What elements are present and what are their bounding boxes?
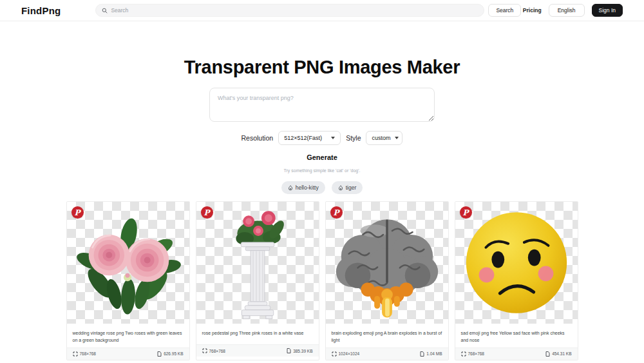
style-label: Style <box>346 134 361 142</box>
card-image-exploding-brain <box>326 202 448 324</box>
logo[interactable]: FindPng <box>21 5 61 16</box>
resolution-info: 1024×1024 <box>332 351 360 357</box>
chevron-down-icon <box>395 137 399 139</box>
file-icon <box>157 351 162 357</box>
search-icon <box>102 5 108 16</box>
resolution-info: 768×768 <box>73 351 97 357</box>
png-maker-section: Transparent PNG Images Maker Resolution … <box>0 57 644 194</box>
card-image-sad-emoji <box>455 202 578 324</box>
transparent-preview: P <box>196 202 319 324</box>
transparent-preview: P <box>326 202 448 324</box>
dimensions-icon <box>202 348 207 353</box>
card-caption: rose pedestal png Three pink roses in a … <box>196 324 319 344</box>
resolution-value: 512×512(Fast) <box>284 135 322 141</box>
image-card-brain[interactable]: P <box>325 201 449 360</box>
card-meta: 768×768 626.95 KB <box>67 348 189 360</box>
dimensions-icon <box>73 351 78 357</box>
filesize-info: 385.39 KB <box>287 348 312 353</box>
filesize-info: 454.31 KB <box>545 351 571 357</box>
pinterest-icon[interactable]: P <box>201 206 213 219</box>
style-select[interactable]: custom <box>366 131 402 145</box>
prompt-hint: Try something simple like 'cat' or 'dog'… <box>0 168 644 173</box>
search-input[interactable] <box>111 7 478 14</box>
transparent-preview: P <box>67 202 189 324</box>
dimensions-icon <box>461 351 466 357</box>
filesize-info: 1.04 MB <box>420 351 442 357</box>
card-image-roses-on-pedestal <box>196 202 319 324</box>
sign-in-button[interactable]: Sign In <box>592 4 623 17</box>
chevron-down-icon <box>331 137 335 139</box>
resolution-select[interactable]: 512×512(Fast) <box>278 131 341 145</box>
resolution-label: Resolution <box>242 134 274 142</box>
suggestion-label: tiger <box>346 184 357 191</box>
image-results-grid: P <box>66 201 578 360</box>
pinterest-icon[interactable]: P <box>330 206 343 219</box>
suggestion-label: hello-kitty <box>296 184 319 191</box>
prompt-input[interactable] <box>209 88 435 122</box>
resolution-info: 768×768 <box>461 351 485 357</box>
pinterest-icon[interactable]: P <box>71 206 84 219</box>
card-caption: sad emoji png free Yellow sad face with … <box>455 324 578 348</box>
style-value: custom <box>372 135 390 141</box>
flame-icon <box>338 185 343 191</box>
resolution-info: 768×768 <box>202 348 226 353</box>
suggestion-tiger[interactable]: tiger <box>332 181 363 194</box>
nav-actions: Pricing English Sign In <box>523 4 623 17</box>
card-caption: wedding vintage rose png Two roses with … <box>67 324 189 348</box>
suggestion-pills: hello-kitty tiger <box>0 181 644 194</box>
image-card-roses[interactable]: P <box>66 201 190 360</box>
image-card-pedestal[interactable]: P <box>196 201 319 360</box>
transparent-preview: P <box>455 202 578 324</box>
card-image-two-pink-roses <box>67 202 189 324</box>
page-title: Transparent PNG Images Maker <box>0 57 644 78</box>
card-meta: 768×768 454.31 KB <box>455 348 578 360</box>
nav-pricing[interactable]: Pricing <box>523 7 542 14</box>
file-icon <box>420 351 424 357</box>
file-icon <box>287 348 291 353</box>
dimensions-icon <box>332 351 337 357</box>
generation-controls: Resolution 512×512(Fast) Style custom <box>0 131 644 145</box>
search-bar[interactable] <box>95 4 484 17</box>
generate-button[interactable]: Generate <box>307 153 337 161</box>
top-navbar: FindPng Search Pricing English Sign In <box>0 0 644 21</box>
file-icon <box>545 351 550 357</box>
search-button[interactable]: Search <box>488 4 521 17</box>
card-caption: brain exploding emoji png A brain explod… <box>326 324 448 348</box>
language-button[interactable]: English <box>549 4 585 17</box>
image-card-sad-emoji[interactable]: P sad emoji png free Yello <box>455 201 578 360</box>
flame-icon <box>288 185 293 191</box>
card-meta: 1024×1024 1.04 MB <box>326 348 448 360</box>
suggestion-hello-kitty[interactable]: hello-kitty <box>281 181 325 194</box>
pinterest-icon[interactable]: P <box>460 206 472 219</box>
filesize-info: 626.95 KB <box>157 351 183 357</box>
card-meta: 768×768 385.39 KB <box>196 344 319 357</box>
